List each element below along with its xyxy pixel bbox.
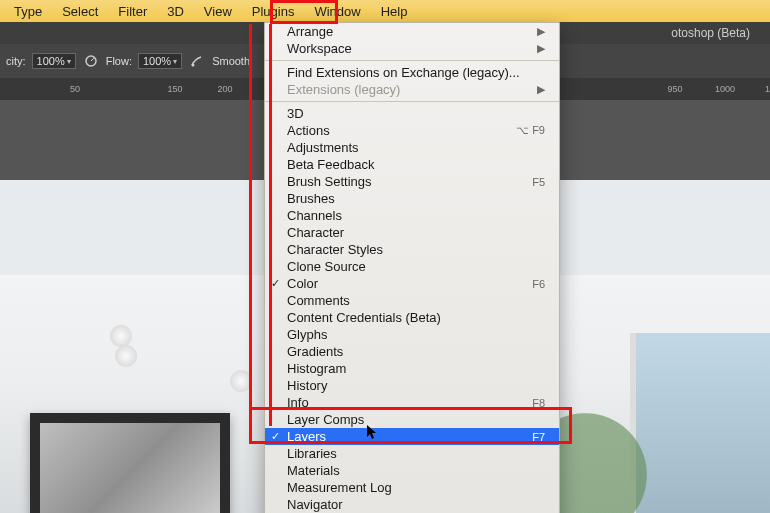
menu-item-label: Workspace <box>287 41 537 56</box>
menu-item-arrange[interactable]: Arrange▶ <box>265 23 559 40</box>
menu-separator <box>265 101 559 102</box>
menu-item-label: Gradients <box>287 344 545 359</box>
ruler-tick: 200 <box>200 84 250 94</box>
menu-item-comments[interactable]: Comments <box>265 292 559 309</box>
menu-shortcut: F8 <box>532 397 545 409</box>
pressure-opacity-icon[interactable] <box>82 52 100 70</box>
mouse-cursor <box>367 425 379 441</box>
menu-item-extensions-legacy-: Extensions (legacy)▶ <box>265 81 559 98</box>
menu-item-color[interactable]: ✓ColorF6 <box>265 275 559 292</box>
menu-item-label: Layers <box>287 429 532 444</box>
ruler-tick: 950 <box>650 84 700 94</box>
menu-item-label: Channels <box>287 208 545 223</box>
ruler-tick: 150 <box>150 84 200 94</box>
menu-item-label: Materials <box>287 463 545 478</box>
menu-window[interactable]: Window <box>304 2 370 21</box>
menu-item-label: Libraries <box>287 446 545 461</box>
menu-item-label: Color <box>287 276 532 291</box>
menu-item-glyphs[interactable]: Glyphs <box>265 326 559 343</box>
menu-item-beta-feedback[interactable]: Beta Feedback <box>265 156 559 173</box>
menu-item-label: Content Credentials (Beta) <box>287 310 545 325</box>
menu-filter[interactable]: Filter <box>108 2 157 21</box>
menu-item-label: Brush Settings <box>287 174 532 189</box>
menu-item-measurement-log[interactable]: Measurement Log <box>265 479 559 496</box>
menu-view[interactable]: View <box>194 2 242 21</box>
menu-item-info[interactable]: InfoF8 <box>265 394 559 411</box>
menu-type[interactable]: Type <box>4 2 52 21</box>
menu-item-label: Clone Source <box>287 259 545 274</box>
opacity-value: 100% <box>37 55 65 67</box>
menu-item-gradients[interactable]: Gradients <box>265 343 559 360</box>
wall-art <box>30 413 230 513</box>
menu-item-find-extensions-on-exchange-legacy-[interactable]: Find Extensions on Exchange (legacy)... <box>265 64 559 81</box>
flow-field[interactable]: 100% ▾ <box>138 53 182 69</box>
menubar: TypeSelectFilter3DViewPluginsWindowHelp <box>0 0 770 22</box>
menu-shortcut: F6 <box>532 278 545 290</box>
menu-item-actions[interactable]: Actions⌥ F9 <box>265 122 559 139</box>
menu-plugins[interactable]: Plugins <box>242 2 305 21</box>
menu-item-label: Extensions (legacy) <box>287 82 537 97</box>
ceiling-light <box>230 370 252 392</box>
menu-item-label: Character Styles <box>287 242 545 257</box>
menu-item-label: Character <box>287 225 545 240</box>
menu-item-label: 3D <box>287 106 545 121</box>
menu-separator <box>265 60 559 61</box>
menu-item-materials[interactable]: Materials <box>265 462 559 479</box>
ruler-tick: 1050 <box>750 84 770 94</box>
menu-item-adjustments[interactable]: Adjustments <box>265 139 559 156</box>
title-text: otoshop (Beta) <box>671 26 750 40</box>
menu-item-brush-settings[interactable]: Brush SettingsF5 <box>265 173 559 190</box>
menu-item-label: Actions <box>287 123 516 138</box>
menu-item-channels[interactable]: Channels <box>265 207 559 224</box>
opacity-field[interactable]: 100% ▾ <box>32 53 76 69</box>
menu-item-navigator[interactable]: Navigator <box>265 496 559 513</box>
svg-point-1 <box>192 64 195 67</box>
chevron-down-icon: ▾ <box>67 57 71 66</box>
menu-item-label: Adjustments <box>287 140 545 155</box>
menu-item-label: Brushes <box>287 191 545 206</box>
ruler-tick: 1000 <box>700 84 750 94</box>
menu-select[interactable]: Select <box>52 2 108 21</box>
chevron-down-icon: ▾ <box>173 57 177 66</box>
menu-item-label: Info <box>287 395 532 410</box>
menu-item-libraries[interactable]: Libraries <box>265 445 559 462</box>
menu-item-brushes[interactable]: Brushes <box>265 190 559 207</box>
submenu-arrow-icon: ▶ <box>537 42 545 55</box>
submenu-arrow-icon: ▶ <box>537 25 545 38</box>
menu-item-label: Comments <box>287 293 545 308</box>
menu-item-label: Layer Comps <box>287 412 545 427</box>
ceiling-light <box>115 345 137 367</box>
menu-item-layers[interactable]: ✓LayersF7 <box>265 428 559 445</box>
airbrush-icon[interactable] <box>188 52 206 70</box>
ceiling-light <box>110 325 132 347</box>
menu-shortcut: F5 <box>532 176 545 188</box>
menu-item-character[interactable]: Character <box>265 224 559 241</box>
menu-item-layer-comps[interactable]: Layer Comps <box>265 411 559 428</box>
menu-item-label: Navigator <box>287 497 545 512</box>
check-icon: ✓ <box>271 277 280 290</box>
menu-item-label: Measurement Log <box>287 480 545 495</box>
menu-item-character-styles[interactable]: Character Styles <box>265 241 559 258</box>
menu-item-clone-source[interactable]: Clone Source <box>265 258 559 275</box>
ruler-tick: 50 <box>50 84 100 94</box>
menu-item-histogram[interactable]: Histogram <box>265 360 559 377</box>
window-menu-dropdown: Arrange▶Workspace▶Find Extensions on Exc… <box>264 22 560 513</box>
smoothing-label: Smooth <box>212 55 250 67</box>
menu-item-history[interactable]: History <box>265 377 559 394</box>
menu-shortcut: ⌥ F9 <box>516 124 545 137</box>
opacity-label: city: <box>6 55 26 67</box>
menu-item-workspace[interactable]: Workspace▶ <box>265 40 559 57</box>
menu-item-label: Beta Feedback <box>287 157 545 172</box>
menu-help[interactable]: Help <box>371 2 418 21</box>
flow-value: 100% <box>143 55 171 67</box>
menu-item-content-credentials-beta-[interactable]: Content Credentials (Beta) <box>265 309 559 326</box>
menu-shortcut: F7 <box>532 431 545 443</box>
flow-label: Flow: <box>106 55 132 67</box>
menu-item-label: History <box>287 378 545 393</box>
menu-item-label: Glyphs <box>287 327 545 342</box>
menu-item-label: Find Extensions on Exchange (legacy)... <box>287 65 545 80</box>
menu-3d[interactable]: 3D <box>157 2 194 21</box>
menu-item-label: Arrange <box>287 24 537 39</box>
menu-item-3d[interactable]: 3D <box>265 105 559 122</box>
submenu-arrow-icon: ▶ <box>537 83 545 96</box>
